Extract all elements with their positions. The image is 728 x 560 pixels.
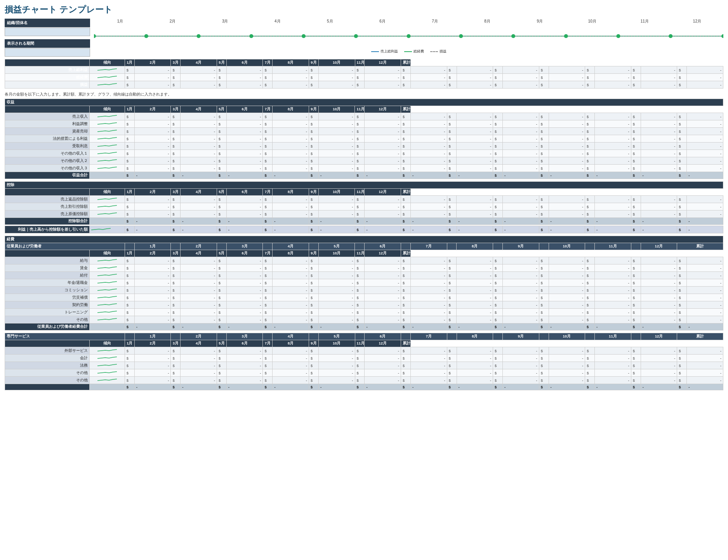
cell-dollar[interactable]: $ [355, 203, 365, 210]
cell-dollar[interactable]: $ [171, 128, 181, 135]
cell-dollar[interactable]: $ [401, 165, 410, 172]
cell-value[interactable]: - [365, 150, 401, 157]
cell-value[interactable]: - [134, 113, 171, 120]
cell-dollar[interactable]: $ [401, 355, 411, 362]
cell-value[interactable]: - [365, 264, 401, 272]
cell-dollar[interactable]: $ [125, 264, 134, 272]
cell-dollar[interactable]: $ [263, 143, 273, 150]
cell-value[interactable]: - [410, 196, 447, 203]
cell-dollar[interactable]: $ [309, 362, 318, 369]
cell-dollar[interactable]: $ [263, 135, 273, 143]
cell-value[interactable]: - [365, 157, 401, 165]
cell-value[interactable]: - [318, 210, 355, 218]
cell-dollar[interactable]: $ [539, 257, 549, 264]
cell-dollar[interactable]: $ [631, 279, 641, 287]
cell-dollar[interactable]: $ [263, 113, 273, 120]
cell-value[interactable]: - [457, 74, 493, 81]
cell-value[interactable]: - [410, 203, 447, 210]
cell-dollar[interactable]: $ [355, 165, 365, 172]
cell-dollar[interactable]: $ [631, 355, 641, 362]
cell-dollar[interactable]: $ [309, 210, 318, 218]
cell-value[interactable]: - [226, 279, 263, 287]
cell-dollar[interactable]: $ [263, 279, 273, 287]
cell-value[interactable]: - [134, 128, 171, 135]
cell-dollar[interactable]: $ [539, 113, 549, 120]
cell-dollar[interactable]: $ [401, 257, 410, 264]
cell-dollar[interactable]: $ [355, 272, 365, 279]
cell-dollar[interactable]: $ [309, 66, 318, 74]
cell-value[interactable]: - [503, 165, 539, 172]
cell-dollar[interactable]: $ [401, 150, 410, 157]
cell-dollar[interactable]: $ [217, 157, 226, 165]
cell-value[interactable]: - [273, 294, 309, 301]
cell-value[interactable]: - [410, 74, 447, 81]
cell-dollar[interactable]: $ [585, 157, 595, 165]
cell-dollar[interactable]: $ [355, 279, 365, 287]
cell-dollar[interactable]: $ [493, 362, 503, 369]
cell-value[interactable]: - [134, 196, 171, 203]
cell-value[interactable]: - [549, 316, 585, 323]
cell-value[interactable]: - [273, 157, 309, 165]
cell-value[interactable]: - [410, 369, 447, 377]
cell-value[interactable]: - [273, 165, 309, 172]
cell-dollar[interactable]: $ [631, 257, 641, 264]
cell-value[interactable]: - [273, 143, 309, 150]
cell-value[interactable]: - [181, 369, 217, 377]
cell-value[interactable]: - [410, 120, 447, 128]
cell-dollar[interactable]: $ [309, 294, 318, 301]
cell-dollar[interactable]: $ [355, 347, 365, 355]
cell-value[interactable]: - [457, 294, 493, 301]
cell-value[interactable]: - [134, 210, 171, 218]
cell-value[interactable]: - [549, 377, 585, 384]
cell-value[interactable]: - [273, 309, 309, 316]
cell-value[interactable]: - [503, 316, 539, 323]
cell-dollar[interactable]: $ [401, 81, 411, 89]
cell-dollar[interactable]: $ [585, 279, 595, 287]
cell-value[interactable]: - [457, 301, 493, 309]
cell-value[interactable]: - [318, 128, 355, 135]
cell-dollar[interactable]: $ [125, 316, 134, 323]
cell-dollar[interactable]: $ [125, 150, 134, 157]
cell-dollar[interactable]: $ [539, 74, 549, 81]
cell-value[interactable]: - [181, 257, 217, 264]
cell-dollar[interactable]: $ [263, 257, 273, 264]
cell-value[interactable]: - [641, 264, 677, 272]
cell-dollar[interactable]: $ [539, 369, 549, 377]
cell-value[interactable]: - [226, 165, 263, 172]
cell-value[interactable]: - [318, 355, 355, 362]
cell-dollar[interactable]: $ [447, 196, 457, 203]
cell-dollar[interactable]: $ [585, 272, 595, 279]
cell-dollar[interactable]: $ [631, 294, 641, 301]
cell-dollar[interactable]: $ [171, 369, 181, 377]
cell-value[interactable]: - [549, 196, 585, 203]
cell-value[interactable]: - [226, 301, 263, 309]
cell-value[interactable]: - [410, 287, 447, 294]
cell-dollar[interactable]: $ [309, 257, 318, 264]
cell-value[interactable]: - [549, 128, 585, 135]
cell-dollar[interactable]: $ [539, 377, 549, 384]
cell-dollar[interactable]: $ [539, 309, 549, 316]
cell-dollar[interactable]: $ [263, 369, 273, 377]
cell-dollar[interactable]: $ [217, 369, 226, 377]
cell-value[interactable]: - [365, 165, 401, 172]
cell-dollar[interactable]: $ [493, 66, 503, 74]
cell-dollar[interactable]: $ [539, 347, 549, 355]
cell-dollar[interactable]: $ [447, 279, 457, 287]
cell-dollar[interactable]: $ [493, 264, 503, 272]
cell-value[interactable]: - [273, 81, 309, 89]
cell-dollar[interactable]: $ [447, 66, 457, 74]
cell-dollar[interactable]: $ [125, 309, 134, 316]
cell-dollar[interactable]: $ [171, 196, 181, 203]
cell-dollar[interactable]: $ [355, 264, 365, 272]
cell-dollar[interactable]: $ [447, 316, 457, 323]
cell-dollar[interactable]: $ [447, 377, 457, 384]
cell-dollar[interactable]: $ [539, 279, 549, 287]
cell-dollar[interactable]: $ [401, 264, 410, 272]
cell-value[interactable]: - [410, 165, 447, 172]
cell-value[interactable]: - [365, 377, 401, 384]
cell-dollar[interactable]: $ [493, 120, 503, 128]
cell-value[interactable]: - [226, 210, 263, 218]
cell-value[interactable]: - [365, 362, 401, 369]
cell-dollar[interactable]: $ [355, 157, 365, 165]
cell-dollar[interactable]: $ [401, 135, 410, 143]
